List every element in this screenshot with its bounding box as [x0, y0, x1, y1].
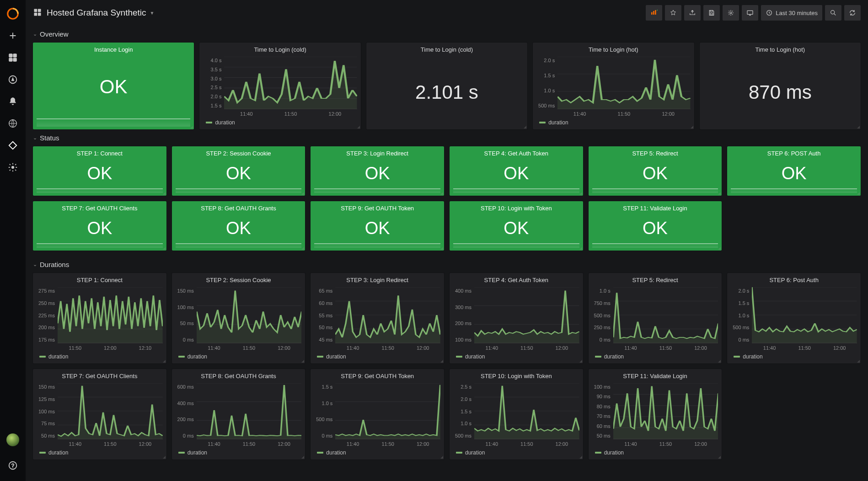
- panel-ttl-hot-stat[interactable]: Time to Login (hot) 870 ms: [700, 43, 861, 129]
- settings-button[interactable]: [723, 5, 739, 21]
- legend: duration: [727, 352, 861, 363]
- panel-status-step[interactable]: STEP 2: Session Cookie OK: [172, 146, 305, 196]
- nav-alerting[interactable]: [0, 91, 26, 112]
- resize-handle[interactable]: [439, 359, 443, 363]
- panel-status-step[interactable]: STEP 6: POST Auth OK: [727, 146, 861, 196]
- svg-rect-4: [13, 58, 16, 61]
- time-range-text: Last 30 minutes: [776, 10, 818, 16]
- panel-duration-step[interactable]: STEP 9: Get OAUTH Token 1.5 s1.0 s500 ms…: [311, 369, 444, 460]
- resize-handle[interactable]: [579, 359, 582, 363]
- svg-marker-8: [9, 142, 17, 150]
- resize-handle[interactable]: [717, 455, 721, 459]
- panel-status-step[interactable]: STEP 11: Validate Login OK: [589, 201, 722, 251]
- y-axis: 600 ms400 ms200 ms0 ms: [173, 383, 197, 439]
- resize-handle[interactable]: [356, 125, 360, 128]
- dashboards-icon[interactable]: [33, 8, 42, 18]
- nav-plugin[interactable]: [0, 134, 26, 156]
- resize-handle[interactable]: [162, 359, 166, 363]
- resize-handle[interactable]: [162, 455, 166, 459]
- nav-create[interactable]: [0, 25, 26, 47]
- resize-handle[interactable]: [717, 359, 721, 363]
- panel-duration-step[interactable]: STEP 7: Get OAUTH Clients 150 ms125 ms10…: [33, 369, 166, 460]
- nav-explore[interactable]: [0, 69, 26, 91]
- plot-area: [197, 383, 302, 439]
- resize-handle[interactable]: [189, 125, 193, 128]
- panel-status-step[interactable]: STEP 10: Login with Token OK: [450, 201, 583, 251]
- resize-handle[interactable]: [439, 191, 443, 195]
- resize-handle[interactable]: [439, 455, 443, 459]
- panel-ttl-cold-stat[interactable]: Time to Login (cold) 2.101 s: [366, 43, 527, 129]
- dashboard-title[interactable]: Hosted Grafana Synthetic ▼: [47, 8, 154, 18]
- resize-handle[interactable]: [856, 359, 860, 363]
- grafana-logo[interactable]: [0, 3, 26, 25]
- panel-status-step[interactable]: STEP 8: Get OAUTH Grants OK: [172, 201, 305, 251]
- resize-handle[interactable]: [579, 246, 582, 250]
- resize-handle[interactable]: [856, 125, 860, 128]
- panel-title: Time to Login (cold): [419, 43, 475, 55]
- save-button[interactable]: [703, 5, 720, 21]
- svg-rect-1: [9, 54, 12, 57]
- svg-rect-21: [711, 13, 713, 15]
- star-button[interactable]: [665, 5, 681, 21]
- row-header-status[interactable]: ⌄ Status: [31, 129, 863, 146]
- zoom-out-button[interactable]: [825, 5, 841, 21]
- legend: duration: [311, 448, 444, 460]
- panel-value: OK: [782, 159, 807, 188]
- panel-ttl-cold-graph[interactable]: Time to Login (cold) 4.0 s3.5 s3.0 s2.5 …: [199, 43, 360, 129]
- svg-rect-16: [651, 12, 653, 15]
- row-title: Overview: [40, 30, 69, 38]
- legend-swatch: [206, 122, 212, 123]
- legend-swatch: [595, 452, 601, 454]
- panel-duration-step[interactable]: STEP 4: Get Auth Token 400 ms300 ms200 m…: [450, 273, 583, 363]
- resize-handle[interactable]: [579, 191, 582, 195]
- plot-area: [58, 287, 163, 343]
- resize-handle[interactable]: [300, 359, 304, 363]
- row-header-overview[interactable]: ⌄ Overview: [31, 26, 863, 43]
- resize-handle[interactable]: [717, 191, 721, 195]
- row-header-durations[interactable]: ⌄ Durations: [31, 256, 863, 273]
- sparkline: [37, 243, 163, 248]
- nav-configuration[interactable]: [0, 156, 26, 178]
- panel-duration-step[interactable]: STEP 8: Get OAUTH Grants 600 ms400 ms200…: [172, 369, 305, 460]
- time-range-picker[interactable]: Last 30 minutes: [761, 5, 822, 21]
- panel-status-step[interactable]: STEP 4: Get Auth Token OK: [450, 146, 583, 196]
- resize-handle[interactable]: [162, 246, 166, 250]
- nav-user-avatar[interactable]: [0, 429, 26, 451]
- panel-duration-step[interactable]: STEP 3: Login Redirect 65 ms60 ms55 ms50…: [311, 273, 444, 363]
- panel-ttl-hot-graph[interactable]: Time to Login (hot) 2.0 s1.5 s1.0 s500 m…: [533, 43, 694, 129]
- panel-value: OK: [226, 214, 251, 243]
- panel-status-step[interactable]: STEP 7: Get OAUTH Clients OK: [33, 201, 166, 251]
- sparkline: [176, 243, 302, 248]
- panel-status-step[interactable]: STEP 1: Connect OK: [33, 146, 166, 196]
- resize-handle[interactable]: [856, 191, 860, 195]
- add-panel-button[interactable]: +: [646, 5, 662, 21]
- resize-handle[interactable]: [717, 246, 721, 250]
- panel-duration-step[interactable]: STEP 1: Connect 275 ms250 ms225 ms200 ms…: [33, 273, 166, 363]
- panel-status-step[interactable]: STEP 9: Get OAUTH Token OK: [311, 201, 444, 251]
- nav-globe[interactable]: [0, 112, 26, 134]
- resize-handle[interactable]: [439, 246, 443, 250]
- resize-handle[interactable]: [300, 455, 304, 459]
- panel-duration-step[interactable]: STEP 10: Login with Token 2.5 s2.0 s1.5 …: [450, 369, 583, 460]
- panel-status-step[interactable]: STEP 5: Redirect OK: [589, 146, 722, 196]
- panel-duration-step[interactable]: STEP 11: Validate Login 100 ms90 ms80 ms…: [589, 369, 722, 460]
- share-button[interactable]: [684, 5, 701, 21]
- resize-handle[interactable]: [300, 246, 304, 250]
- panel-status-step[interactable]: STEP 3: Login Redirect OK: [311, 146, 444, 196]
- resize-handle[interactable]: [579, 455, 582, 459]
- nav-help[interactable]: ?: [0, 454, 26, 476]
- resize-handle[interactable]: [162, 191, 166, 195]
- resize-handle[interactable]: [523, 125, 526, 128]
- panel-title: STEP 8: Get OAUTH Grants: [199, 201, 278, 214]
- refresh-button[interactable]: [844, 5, 861, 21]
- resize-handle[interactable]: [300, 191, 304, 195]
- panel-duration-step[interactable]: STEP 5: Redirect 1.0 s750 ms500 ms250 ms…: [589, 273, 722, 363]
- plot-area: [224, 57, 357, 109]
- panel-duration-step[interactable]: STEP 6: Post Auth 2.0 s1.5 s1.0 s500 ms0…: [727, 273, 861, 363]
- nav-dashboards[interactable]: [0, 47, 26, 69]
- panel-instance-login[interactable]: Instance Login OK: [33, 43, 194, 129]
- panel-duration-step[interactable]: STEP 2: Session Cookie 150 ms100 ms50 ms…: [172, 273, 305, 363]
- resize-handle[interactable]: [690, 125, 693, 128]
- legend: duration: [450, 448, 583, 460]
- cycle-view-mode-button[interactable]: [742, 5, 758, 21]
